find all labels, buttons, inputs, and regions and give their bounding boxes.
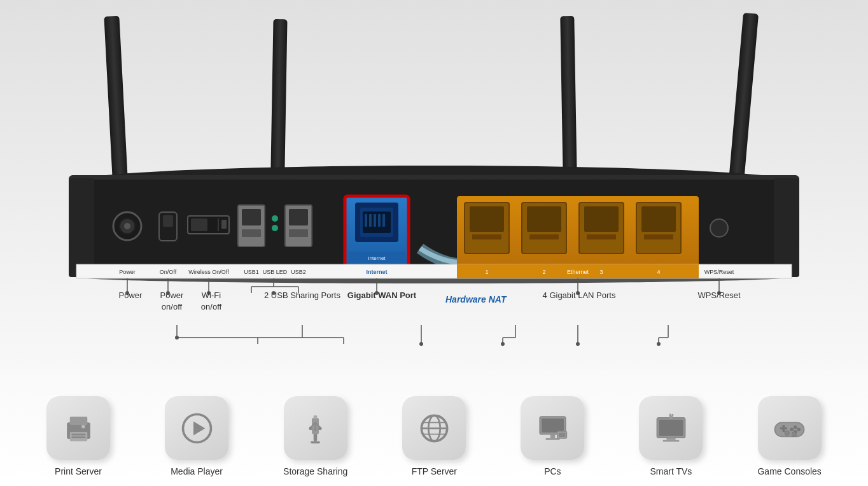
svg-rect-108 [71,436,85,438]
printer-icon [61,411,96,446]
svg-text:Ethernet: Ethernet [567,269,589,275]
svg-rect-34 [374,214,376,227]
svg-text:Wireless On/Off: Wireless On/Off [188,269,229,275]
icon-boxes-row: Print Server Media Player [19,396,849,476]
svg-point-99 [576,342,580,346]
label-hardware-nat: Hardware NAT [445,294,506,304]
svg-rect-22 [242,229,261,237]
svg-rect-32 [365,214,367,227]
svg-text:On/Off: On/Off [160,269,177,275]
svg-rect-50 [641,206,676,232]
svg-rect-9 [69,178,94,277]
svg-rect-135 [666,438,676,440]
svg-rect-33 [369,214,372,227]
svg-rect-36 [382,214,385,227]
svg-rect-115 [314,415,318,419]
label-wan: Gigabit WAN Port [344,290,420,301]
print-server-icon-box [46,396,110,460]
svg-rect-141 [783,425,785,432]
feature-pcs: PCs [521,396,584,476]
feature-media-player: Media Player [165,396,228,476]
router-illustration: Internet Power On/Off Wireless On/Off [0,0,868,369]
media-player-icon-box [165,396,228,460]
globe-icon [417,411,452,446]
svg-rect-41 [470,206,504,232]
svg-rect-136 [663,440,680,441]
svg-rect-128 [542,418,564,432]
svg-rect-130 [545,438,559,440]
smart-tvs-label: Smart TVs [650,466,692,476]
label-usb-sharing: 2 USB Sharing Ports [264,290,340,301]
pcs-label: PCs [544,466,561,476]
svg-rect-45 [529,234,559,239]
svg-rect-35 [378,214,381,227]
svg-rect-27 [289,229,308,237]
svg-text:Internet: Internet [366,269,387,275]
label-wifi-onoff: Wi-Fi on/off [192,290,230,313]
svg-point-119 [318,426,322,430]
pcs-icon-box [521,396,584,460]
svg-point-118 [309,426,313,430]
svg-rect-42 [472,234,501,239]
tv-icon [654,411,689,446]
svg-rect-26 [289,209,308,225]
svg-rect-112 [314,432,318,441]
svg-rect-44 [527,206,561,232]
print-server-label: Print Server [55,466,102,476]
feature-game-consoles: Game Consoles [757,396,821,476]
svg-point-103 [657,342,661,346]
svg-point-146 [785,431,789,435]
svg-rect-21 [242,209,261,225]
feature-storage-sharing: Storage Sharing [283,396,347,476]
svg-text:Internet: Internet [368,255,386,261]
svg-point-23 [272,215,278,222]
svg-rect-15 [163,215,173,227]
label-power: Power [111,290,150,301]
svg-rect-132 [559,432,566,436]
svg-rect-2 [270,19,288,185]
svg-text:WPS/Reset: WPS/Reset [704,269,734,275]
game-consoles-label: Game Consoles [757,466,821,476]
svg-rect-19 [221,220,227,229]
label-lan: 4 Gigabit LAN Ports [535,290,624,301]
svg-rect-105 [69,417,87,425]
media-player-label: Media Player [171,466,223,476]
ftp-server-icon-box [402,396,466,460]
svg-rect-121 [314,428,317,431]
label-power-onoff: Power on/off [153,290,191,313]
feature-ftp-server: FTP Server [402,396,466,476]
svg-point-13 [124,223,130,229]
svg-point-93 [419,342,423,346]
svg-point-24 [272,225,278,231]
svg-rect-113 [311,441,320,443]
svg-rect-107 [71,433,85,435]
svg-point-97 [501,342,505,346]
feature-print-server: Print Server [46,396,110,476]
svg-point-52 [710,219,728,237]
svg-point-142 [794,425,797,429]
svg-point-143 [797,427,801,431]
svg-text:Power: Power [119,269,136,275]
monitor-icon [535,411,570,446]
svg-text:3: 3 [599,269,603,275]
smart-tvs-icon-box [639,396,703,460]
svg-text:4: 4 [657,269,660,275]
svg-rect-134 [659,419,683,436]
feature-smart-tvs: Smart TVs [639,396,703,476]
gamepad-icon [772,411,807,446]
svg-text:2: 2 [542,269,545,275]
game-consoles-icon-box [758,396,822,460]
svg-point-147 [792,432,796,436]
svg-text:USB LED: USB LED [263,269,288,275]
svg-text:USB2: USB2 [291,269,306,275]
label-wps: WPS/Reset [690,290,748,301]
storage-sharing-icon-box [284,396,347,460]
storage-sharing-label: Storage Sharing [283,466,347,476]
svg-point-109 [81,425,85,429]
svg-rect-17 [191,218,207,231]
scene: Internet Power On/Off Wireless On/Off [0,0,868,486]
svg-text:USB1: USB1 [244,269,259,275]
usb-drive-icon [298,411,333,446]
svg-point-145 [790,427,794,431]
svg-rect-10 [774,178,799,277]
